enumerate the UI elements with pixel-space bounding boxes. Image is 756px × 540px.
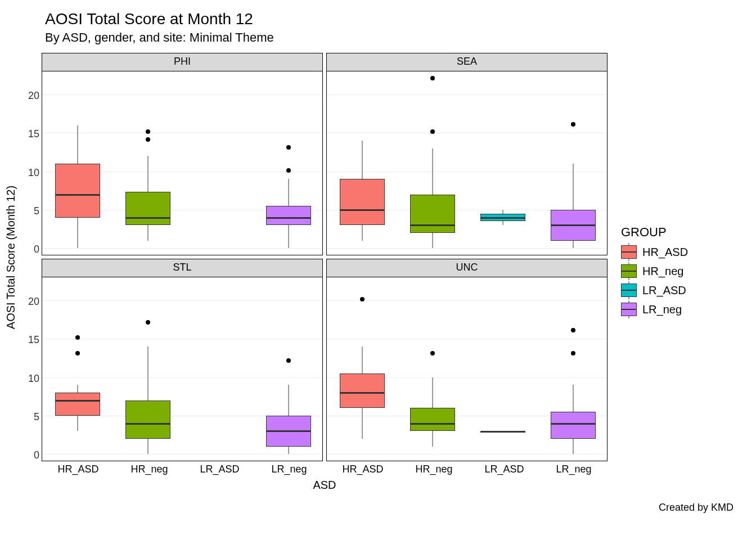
box-outlier — [430, 351, 435, 356]
y-tick-label: 5 — [34, 205, 39, 217]
y-tick-label: 0 — [34, 449, 39, 461]
box-outlier — [286, 145, 291, 150]
box-slot — [253, 71, 322, 255]
plot-caption: Created by KMD — [0, 502, 756, 514]
box-outlier — [146, 137, 150, 142]
legend-item: LR_ASD — [621, 284, 734, 297]
box-slot — [253, 277, 322, 461]
box-median — [266, 430, 311, 432]
box-outlier — [571, 122, 575, 127]
legend: GROUP HR_ASDHR_negLR_ASDLR_neg — [621, 225, 734, 322]
legend-key-icon — [621, 284, 637, 297]
y-axis-label-wrap: AOSI Total Score (Month 12) — [0, 251, 22, 264]
chart-figure: AOSI Total Score at Month 12 By ASD, gen… — [0, 0, 756, 540]
box-rect — [551, 412, 596, 439]
x-tick-label: HR_ASD — [57, 464, 98, 475]
box-median — [55, 194, 100, 196]
box-slot — [112, 71, 183, 255]
box-slot — [538, 277, 607, 461]
box-slot — [183, 277, 253, 461]
x-tick-label: HR_neg — [415, 464, 452, 475]
box-single-line — [480, 431, 525, 433]
box-outlier — [286, 168, 291, 173]
box-slot — [42, 71, 112, 255]
x-axis-ticks-row: HR_ASDHR_negLR_ASDLR_negHR_ASDHR_negLR_A… — [42, 464, 756, 475]
y-tick-label: 5 — [34, 411, 39, 423]
box-slot — [112, 277, 183, 461]
x-axis-ticks: HR_ASDHR_negLR_ASDLR_neg — [42, 464, 323, 475]
box-median — [480, 217, 525, 219]
legend-title: GROUP — [621, 225, 734, 240]
box-slot — [327, 277, 397, 461]
y-tick-label: 15 — [28, 334, 39, 346]
facet-strip-label: PHI — [42, 53, 322, 71]
x-axis-label: ASD — [42, 479, 608, 492]
facet-plot-area — [327, 71, 607, 255]
box-outlier — [571, 351, 575, 356]
facet-panel: UNC — [326, 259, 608, 461]
x-tick-label: LR_neg — [556, 464, 591, 475]
facet-plot-area — [42, 71, 322, 255]
y-tick-label: 10 — [28, 372, 39, 384]
box-slot — [467, 277, 538, 461]
box-outlier — [360, 297, 364, 302]
x-tick-label: HR_ASD — [342, 464, 383, 475]
legend-item: HR_neg — [621, 264, 734, 278]
box-outlier — [430, 76, 435, 80]
box-outlier — [571, 328, 575, 332]
legend-label: HR_neg — [642, 265, 683, 278]
plot-title: AOSI Total Score at Month 12 — [45, 10, 756, 28]
plot-subtitle: By ASD, gender, and site: Minimal Theme — [45, 30, 756, 45]
legend-label: HR_ASD — [642, 246, 688, 259]
facet-panel: PHI — [42, 53, 323, 255]
facet-panel: SEA — [326, 53, 608, 255]
y-tick-label: 20 — [28, 90, 39, 102]
box-rect — [340, 179, 385, 225]
box-slot — [397, 71, 467, 255]
y-tick-label: 0 — [34, 244, 39, 255]
x-tick-label: LR_ASD — [200, 464, 239, 475]
box-outlier — [146, 320, 150, 325]
y-axis-ticks: 0510152005101520 — [22, 55, 42, 460]
box-median — [125, 217, 170, 219]
box-rect — [55, 164, 100, 218]
facet-strip-label: UNC — [327, 259, 607, 277]
box-outlier — [146, 129, 150, 134]
box-outlier — [430, 129, 435, 134]
facet-strip-label: SEA — [327, 53, 607, 71]
box-median — [266, 217, 311, 219]
legend-key-icon — [621, 245, 637, 259]
legend-item: HR_ASD — [621, 245, 734, 259]
box-median — [340, 209, 385, 211]
box-rect — [55, 393, 100, 416]
box-median — [551, 224, 596, 226]
box-slot — [397, 277, 467, 461]
box-rect — [266, 206, 311, 225]
box-slot — [538, 71, 607, 255]
box-slot — [327, 71, 397, 255]
box-rect — [340, 374, 385, 408]
box-median — [410, 224, 455, 226]
y-tick-label: 15 — [28, 128, 39, 140]
box-median — [551, 423, 596, 425]
box-rect — [125, 400, 170, 439]
box-slot — [467, 71, 538, 255]
legend-label: LR_ASD — [642, 284, 686, 297]
box-outlier — [75, 351, 80, 356]
box-rect — [410, 408, 455, 431]
facet-plot-area — [42, 277, 322, 461]
x-tick-label: HR_neg — [130, 464, 168, 475]
x-tick-label: LR_ASD — [484, 464, 524, 475]
box-rect — [410, 195, 455, 233]
box-rect — [125, 192, 170, 225]
x-tick-label: LR_neg — [271, 464, 307, 475]
y-axis-label: AOSI Total Score (Month 12) — [5, 185, 18, 328]
box-outlier — [286, 358, 291, 363]
legend-label: LR_neg — [642, 303, 682, 316]
box-median — [125, 423, 170, 425]
legend-key-icon — [621, 264, 637, 278]
box-median — [410, 423, 455, 425]
facet-panel: STL — [42, 259, 323, 461]
y-tick-label: 10 — [28, 166, 39, 178]
x-axis-ticks: HR_ASDHR_negLR_ASDLR_neg — [326, 464, 608, 475]
